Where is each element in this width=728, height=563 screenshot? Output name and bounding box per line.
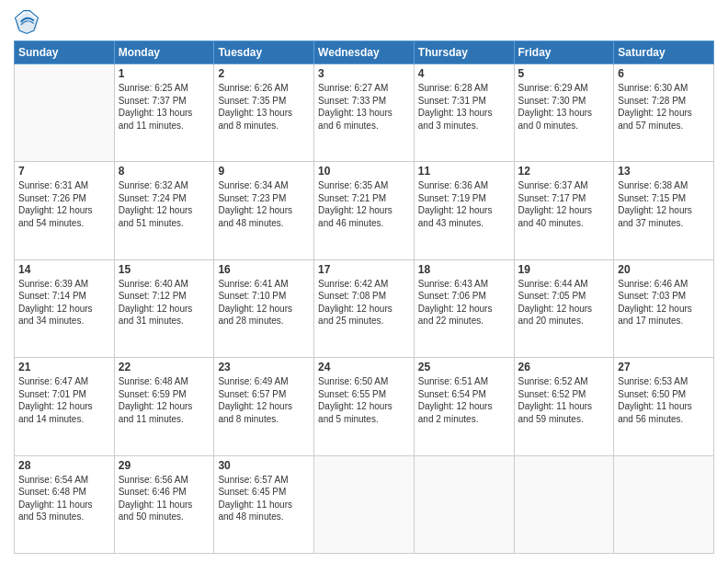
- day-cell: 10Sunrise: 6:35 AM Sunset: 7:21 PM Dayli…: [314, 162, 415, 259]
- day-number: 17: [318, 263, 410, 276]
- day-cell: [514, 455, 614, 553]
- day-cell: 15Sunrise: 6:40 AM Sunset: 7:12 PM Dayli…: [114, 259, 214, 357]
- day-cell: 22Sunrise: 6:48 AM Sunset: 6:59 PM Dayli…: [114, 358, 214, 455]
- day-number: 13: [618, 165, 710, 178]
- day-info: Sunrise: 6:40 AM Sunset: 7:12 PM Dayligh…: [119, 278, 210, 327]
- day-info: Sunrise: 6:41 AM Sunset: 7:10 PM Dayligh…: [218, 278, 310, 327]
- day-number: 15: [119, 263, 210, 276]
- day-cell: 14Sunrise: 6:39 AM Sunset: 7:14 PM Dayli…: [15, 259, 115, 357]
- day-info: Sunrise: 6:25 AM Sunset: 7:37 PM Dayligh…: [119, 82, 210, 132]
- day-number: 3: [318, 67, 410, 80]
- day-number: 25: [418, 361, 510, 373]
- day-info: Sunrise: 6:31 AM Sunset: 7:26 PM Dayligh…: [18, 179, 110, 229]
- week-row-3: 14Sunrise: 6:39 AM Sunset: 7:14 PM Dayli…: [15, 259, 714, 357]
- day-info: Sunrise: 6:43 AM Sunset: 7:06 PM Dayligh…: [418, 278, 510, 327]
- day-info: Sunrise: 6:29 AM Sunset: 7:30 PM Dayligh…: [518, 82, 610, 132]
- logo-icon: [14, 9, 40, 35]
- day-cell: [314, 455, 415, 553]
- day-cell: 18Sunrise: 6:43 AM Sunset: 7:06 PM Dayli…: [414, 259, 514, 357]
- weekday-header-row: SundayMondayTuesdayWednesdayThursdayFrid…: [15, 41, 714, 64]
- day-cell: 7Sunrise: 6:31 AM Sunset: 7:26 PM Daylig…: [15, 162, 115, 259]
- day-cell: 17Sunrise: 6:42 AM Sunset: 7:08 PM Dayli…: [314, 259, 415, 357]
- logo: [14, 9, 43, 35]
- day-cell: 19Sunrise: 6:44 AM Sunset: 7:05 PM Dayli…: [514, 259, 614, 357]
- day-info: Sunrise: 6:27 AM Sunset: 7:33 PM Dayligh…: [318, 82, 410, 132]
- day-number: 29: [119, 459, 210, 472]
- calendar-table: SundayMondayTuesdayWednesdayThursdayFrid…: [14, 40, 714, 554]
- day-cell: 21Sunrise: 6:47 AM Sunset: 7:01 PM Dayli…: [15, 358, 115, 455]
- day-cell: 5Sunrise: 6:29 AM Sunset: 7:30 PM Daylig…: [514, 64, 614, 162]
- day-info: Sunrise: 6:57 AM Sunset: 6:45 PM Dayligh…: [218, 474, 310, 523]
- day-cell: 8Sunrise: 6:32 AM Sunset: 7:24 PM Daylig…: [114, 162, 214, 259]
- day-number: 19: [518, 263, 610, 276]
- day-number: 4: [418, 67, 510, 80]
- day-info: Sunrise: 6:37 AM Sunset: 7:17 PM Dayligh…: [518, 179, 610, 229]
- day-cell: 16Sunrise: 6:41 AM Sunset: 7:10 PM Dayli…: [214, 259, 314, 357]
- day-number: 22: [119, 361, 210, 373]
- page: SundayMondayTuesdayWednesdayThursdayFrid…: [0, 0, 728, 563]
- weekday-thursday: Thursday: [414, 41, 514, 64]
- day-info: Sunrise: 6:36 AM Sunset: 7:19 PM Dayligh…: [418, 179, 510, 229]
- day-number: 23: [218, 361, 310, 373]
- day-cell: 20Sunrise: 6:46 AM Sunset: 7:03 PM Dayli…: [614, 259, 714, 357]
- week-row-1: 1Sunrise: 6:25 AM Sunset: 7:37 PM Daylig…: [15, 64, 714, 162]
- day-cell: 1Sunrise: 6:25 AM Sunset: 7:37 PM Daylig…: [114, 64, 214, 162]
- day-info: Sunrise: 6:54 AM Sunset: 6:48 PM Dayligh…: [18, 474, 110, 523]
- day-info: Sunrise: 6:38 AM Sunset: 7:15 PM Dayligh…: [618, 179, 710, 229]
- day-cell: [15, 64, 115, 162]
- day-cell: 30Sunrise: 6:57 AM Sunset: 6:45 PM Dayli…: [214, 455, 314, 553]
- day-info: Sunrise: 6:52 AM Sunset: 6:52 PM Dayligh…: [518, 375, 610, 425]
- weekday-wednesday: Wednesday: [314, 41, 415, 64]
- day-number: 8: [119, 165, 210, 178]
- day-cell: 26Sunrise: 6:52 AM Sunset: 6:52 PM Dayli…: [514, 358, 614, 455]
- week-row-5: 28Sunrise: 6:54 AM Sunset: 6:48 PM Dayli…: [15, 455, 714, 553]
- day-info: Sunrise: 6:51 AM Sunset: 6:54 PM Dayligh…: [418, 375, 510, 425]
- weekday-sunday: Sunday: [15, 41, 115, 64]
- day-cell: 9Sunrise: 6:34 AM Sunset: 7:23 PM Daylig…: [214, 162, 314, 259]
- day-number: 26: [518, 361, 610, 373]
- day-number: 9: [218, 165, 310, 178]
- day-number: 7: [18, 165, 110, 178]
- day-cell: 25Sunrise: 6:51 AM Sunset: 6:54 PM Dayli…: [414, 358, 514, 455]
- day-info: Sunrise: 6:32 AM Sunset: 7:24 PM Dayligh…: [119, 179, 210, 229]
- weekday-monday: Monday: [114, 41, 214, 64]
- day-cell: 23Sunrise: 6:49 AM Sunset: 6:57 PM Dayli…: [214, 358, 314, 455]
- day-info: Sunrise: 6:34 AM Sunset: 7:23 PM Dayligh…: [218, 179, 310, 229]
- day-cell: 11Sunrise: 6:36 AM Sunset: 7:19 PM Dayli…: [414, 162, 514, 259]
- weekday-friday: Friday: [514, 41, 614, 64]
- day-info: Sunrise: 6:28 AM Sunset: 7:31 PM Dayligh…: [418, 82, 510, 132]
- day-number: 14: [18, 263, 110, 276]
- weekday-tuesday: Tuesday: [214, 41, 314, 64]
- day-number: 11: [418, 165, 510, 178]
- day-info: Sunrise: 6:26 AM Sunset: 7:35 PM Dayligh…: [218, 82, 310, 132]
- day-number: 30: [218, 459, 310, 472]
- day-cell: [414, 455, 514, 553]
- day-cell: [614, 455, 714, 553]
- header: [14, 9, 714, 35]
- day-info: Sunrise: 6:53 AM Sunset: 6:50 PM Dayligh…: [618, 375, 710, 425]
- day-cell: 29Sunrise: 6:56 AM Sunset: 6:46 PM Dayli…: [114, 455, 214, 553]
- weekday-saturday: Saturday: [614, 41, 714, 64]
- day-cell: 4Sunrise: 6:28 AM Sunset: 7:31 PM Daylig…: [414, 64, 514, 162]
- day-info: Sunrise: 6:30 AM Sunset: 7:28 PM Dayligh…: [618, 82, 710, 132]
- day-cell: 24Sunrise: 6:50 AM Sunset: 6:55 PM Dayli…: [314, 358, 415, 455]
- day-number: 12: [518, 165, 610, 178]
- day-info: Sunrise: 6:50 AM Sunset: 6:55 PM Dayligh…: [318, 375, 410, 425]
- day-number: 10: [318, 165, 410, 178]
- day-number: 5: [518, 67, 610, 80]
- day-number: 27: [618, 361, 710, 373]
- day-info: Sunrise: 6:49 AM Sunset: 6:57 PM Dayligh…: [218, 375, 310, 425]
- day-cell: 28Sunrise: 6:54 AM Sunset: 6:48 PM Dayli…: [15, 455, 115, 553]
- day-info: Sunrise: 6:42 AM Sunset: 7:08 PM Dayligh…: [318, 278, 410, 327]
- day-cell: 2Sunrise: 6:26 AM Sunset: 7:35 PM Daylig…: [214, 64, 314, 162]
- day-number: 21: [18, 361, 110, 373]
- day-cell: 12Sunrise: 6:37 AM Sunset: 7:17 PM Dayli…: [514, 162, 614, 259]
- day-info: Sunrise: 6:47 AM Sunset: 7:01 PM Dayligh…: [18, 375, 110, 425]
- day-number: 28: [18, 459, 110, 472]
- day-number: 20: [618, 263, 710, 276]
- week-row-2: 7Sunrise: 6:31 AM Sunset: 7:26 PM Daylig…: [15, 162, 714, 259]
- day-info: Sunrise: 6:44 AM Sunset: 7:05 PM Dayligh…: [518, 278, 610, 327]
- day-number: 1: [119, 67, 210, 80]
- day-info: Sunrise: 6:46 AM Sunset: 7:03 PM Dayligh…: [618, 278, 710, 327]
- day-cell: 13Sunrise: 6:38 AM Sunset: 7:15 PM Dayli…: [614, 162, 714, 259]
